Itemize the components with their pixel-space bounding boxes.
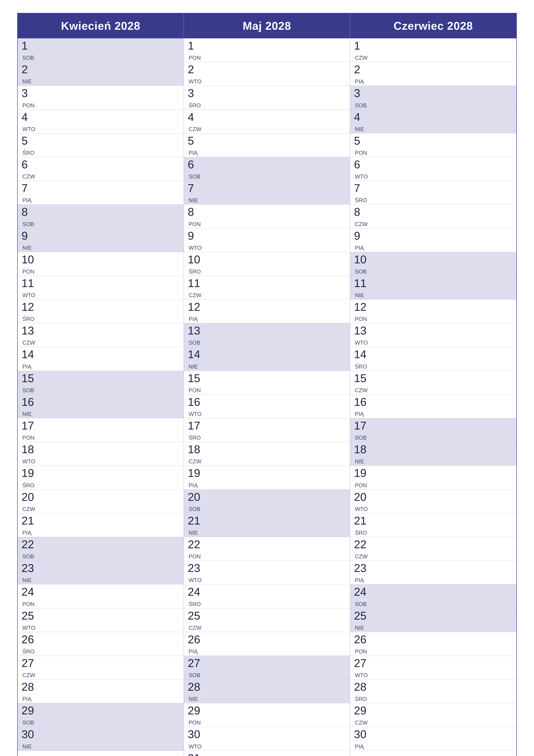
day-name: CZW — [189, 291, 205, 298]
day-number: 5 — [188, 135, 205, 147]
day-row: 10SOB — [350, 252, 516, 276]
day-cell: 22PON — [188, 538, 205, 559]
day-cell: 15CZW — [354, 372, 371, 393]
day-number: 19 — [354, 467, 371, 479]
day-number: 29 — [354, 705, 371, 717]
day-row: 14NIE — [184, 347, 350, 371]
day-number: 7 — [188, 182, 205, 194]
day-row: 11WTO — [18, 276, 184, 300]
day-number: 8 — [21, 206, 39, 218]
day-row: 19PON — [350, 466, 516, 489]
day-name: PON — [22, 101, 39, 108]
day-name: PIĄ — [355, 742, 371, 749]
day-number: 12 — [21, 301, 39, 313]
day-row: 8SOB — [18, 204, 184, 228]
day-row: 29PON — [184, 703, 350, 727]
day-number: 7 — [354, 182, 371, 194]
day-name: WTO — [355, 504, 371, 512]
day-cell: 24ŚRO — [188, 586, 205, 607]
day-name: NIE — [22, 742, 39, 749]
day-cell: 29CZW — [354, 705, 371, 725]
day-name: ŚRO — [22, 148, 39, 156]
day-row: 18WTO — [18, 442, 184, 466]
day-cell: 18NIE — [354, 443, 371, 464]
day-row: 12PON — [350, 300, 516, 323]
day-cell: 10ŚRO — [188, 254, 205, 274]
day-row: 23NIE — [18, 561, 184, 584]
day-row: 30PIĄ — [350, 727, 516, 751]
day-row: 16WTO — [184, 394, 350, 418]
day-number: 13 — [188, 325, 205, 337]
day-cell: 1PON — [188, 40, 205, 61]
day-cell: 12ŚRO — [21, 301, 39, 322]
day-number: 15 — [188, 372, 205, 385]
day-row: 21PIĄ — [18, 513, 184, 537]
day-number: 10 — [21, 254, 39, 266]
day-number: 29 — [21, 705, 39, 717]
day-cell: 29SOB — [21, 705, 39, 725]
day-cell: 11NIE — [354, 277, 371, 298]
day-row: 4NIE — [350, 110, 516, 133]
day-name: NIE — [189, 528, 205, 535]
day-cell: 11WTO — [21, 277, 39, 298]
day-cell: 9NIE — [21, 230, 39, 251]
day-row: 9PIĄ — [350, 229, 516, 252]
day-number: 15 — [21, 372, 39, 385]
day-name: PIĄ — [189, 314, 205, 322]
day-row: 8PON — [184, 204, 350, 228]
day-cell: 10SOB — [354, 254, 371, 274]
day-name: PON — [355, 148, 371, 156]
day-number: 16 — [354, 396, 371, 408]
day-name: NIE — [355, 124, 371, 132]
day-name: CZW — [355, 220, 371, 227]
day-cell: 14NIE — [188, 348, 205, 369]
day-name: PON — [22, 267, 39, 274]
day-number: 6 — [21, 158, 39, 171]
day-name: WTO — [355, 338, 371, 345]
day-number: 20 — [21, 491, 39, 503]
day-name: WTO — [22, 457, 39, 464]
day-number: 23 — [188, 562, 205, 574]
day-name: CZW — [22, 172, 39, 179]
day-cell: 6SOB — [188, 158, 205, 179]
day-row: 8CZW — [350, 204, 516, 228]
day-cell: 4NIE — [354, 111, 371, 132]
day-number: 28 — [354, 681, 371, 693]
day-number: 27 — [354, 657, 371, 669]
calendar-grid: Kwiecień 20281SOB2NIE3PON4WTO5ŚRO6CZW7PI… — [17, 13, 517, 756]
day-name: PON — [355, 647, 371, 654]
day-number: 23 — [354, 562, 371, 574]
day-name: PIĄ — [22, 694, 39, 702]
day-name: WTO — [355, 172, 371, 179]
day-cell: 21ŚRO — [354, 515, 371, 535]
day-name: CZW — [355, 386, 371, 393]
day-cell: 15PON — [188, 372, 205, 393]
day-number: 9 — [354, 230, 371, 242]
day-row: 6WTO — [350, 157, 516, 181]
day-row: 19PIĄ — [184, 466, 350, 489]
day-number: 22 — [21, 538, 39, 551]
day-number: 11 — [21, 277, 39, 289]
day-cell: 18CZW — [188, 443, 205, 464]
day-row: 19ŚRO — [18, 466, 184, 489]
day-number: 16 — [188, 396, 205, 408]
day-cell: 30PIĄ — [354, 728, 371, 749]
day-name: SOB — [22, 220, 39, 227]
day-row: 13CZW — [18, 323, 184, 347]
day-cell: 15SOB — [21, 372, 39, 393]
day-cell: 13WTO — [354, 325, 371, 345]
day-row: 1SOB — [18, 39, 184, 62]
day-cell: 5PIĄ — [188, 135, 205, 156]
day-number: 10 — [188, 254, 205, 266]
day-cell: 5PON — [354, 135, 371, 156]
day-number: 2 — [21, 63, 39, 76]
day-name: PON — [189, 552, 205, 559]
day-cell: 28ŚRO — [354, 681, 371, 702]
day-row: 23PIĄ — [350, 561, 516, 584]
day-cell: 9WTO — [188, 230, 205, 251]
day-number: 5 — [354, 135, 371, 147]
day-number: 13 — [354, 325, 371, 337]
day-number: 16 — [21, 396, 39, 408]
day-row: 27SOB — [184, 656, 350, 680]
day-number: 21 — [21, 515, 39, 527]
